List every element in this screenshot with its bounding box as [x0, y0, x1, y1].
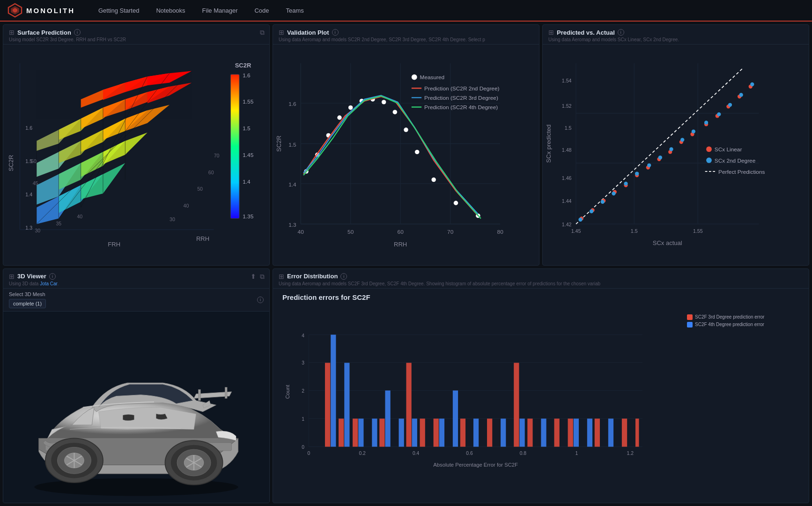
svg-rect-227	[554, 418, 559, 446]
svg-point-154	[739, 93, 743, 97]
surface-prediction-title: Surface Prediction	[17, 29, 71, 36]
svg-rect-223	[514, 363, 519, 446]
validation-plot-chart: 1.3 1.4 1.5 1.6 40 50 60 70 80 RRH SC2R	[273, 45, 539, 265]
svg-text:Perfect Predictions: Perfect Predictions	[718, 169, 765, 175]
nav-file-manager[interactable]: File Manager	[201, 5, 239, 16]
svg-text:3: 3	[302, 360, 304, 365]
legend-item-red: SC2F 3rd Degree prediction error	[687, 314, 799, 320]
svg-point-96	[412, 74, 417, 80]
svg-rect-206	[344, 363, 349, 446]
validation-plot-header: ⊞ Validation Plot i Using data Aeromap a…	[273, 25, 539, 45]
svg-text:SC2R: SC2R	[275, 135, 282, 152]
svg-text:45: 45	[33, 180, 38, 186]
predicted-vs-actual-title: Predicted vs. Actual	[557, 29, 615, 36]
svg-point-148	[669, 147, 673, 151]
3d-viewer-panel: ⊞ 3D Viewer i Using 3D data Jota Car. ⬆ …	[3, 268, 270, 503]
predicted-vs-actual-panel: ⊞ Predicted vs. Actual i Using data Aero…	[542, 24, 809, 266]
surface-prediction-info[interactable]: i	[74, 29, 81, 36]
error-distribution-info[interactable]: i	[340, 273, 347, 280]
grid-icon: ⊞	[9, 29, 15, 36]
svg-point-143	[612, 192, 615, 195]
svg-text:40: 40	[184, 203, 189, 208]
svg-point-92	[415, 150, 419, 154]
3d-viewer-upload-icon[interactable]: ⬆	[251, 273, 256, 281]
svg-point-152	[717, 112, 721, 116]
3d-viewer-data-link[interactable]: Jota Car	[40, 281, 57, 286]
surface-prediction-panel: ⊞ Surface Prediction i Using model SC2R …	[3, 24, 270, 266]
error-distribution-body: Prediction errors for SC2F	[273, 289, 809, 503]
surface-prediction-copy-icon[interactable]: ⧉	[260, 29, 265, 37]
svg-point-156	[706, 147, 712, 152]
svg-text:0.6: 0.6	[466, 451, 473, 456]
svg-rect-225	[527, 418, 532, 446]
legend-color-red	[687, 314, 693, 320]
validation-plot-info[interactable]: i	[332, 29, 339, 36]
svg-point-153	[728, 103, 732, 107]
svg-text:0.2: 0.2	[359, 451, 366, 456]
svg-rect-230	[587, 418, 592, 446]
svg-text:1.5: 1.5	[288, 141, 296, 148]
svg-rect-234	[635, 418, 639, 446]
3d-viewer-header: ⊞ 3D Viewer i Using 3D data Jota Car.	[3, 269, 269, 289]
svg-text:2: 2	[302, 388, 304, 394]
surface-prediction-icons: ⧉	[260, 29, 265, 37]
svg-text:0.4: 0.4	[413, 451, 420, 456]
svg-text:SCx Linear: SCx Linear	[715, 146, 742, 153]
svg-text:0: 0	[307, 451, 310, 456]
svg-text:1: 1	[302, 417, 304, 422]
svg-text:1.6: 1.6	[25, 125, 32, 131]
mesh-value[interactable]: complete (1)	[9, 299, 46, 308]
svg-text:1.5: 1.5	[631, 228, 638, 234]
3d-viewer-copy-icon[interactable]: ⧉	[260, 273, 265, 281]
svg-text:1.6: 1.6	[243, 72, 251, 79]
grid-icon-2: ⊞	[279, 29, 284, 36]
3d-viewer-title: 3D Viewer	[17, 273, 46, 280]
mesh-label: Select 3D Mesh	[9, 291, 46, 297]
svg-text:SC2R: SC2R	[235, 62, 251, 69]
3d-viewer-info[interactable]: i	[49, 273, 56, 280]
svg-text:1: 1	[575, 451, 578, 456]
svg-rect-165	[199, 389, 201, 401]
error-distribution-chart: 0 1 2 3 4 0 0.2 0.4 0.6 0.8 1 1.2	[282, 305, 678, 500]
error-chart-title: Prediction errors for SC2F	[282, 293, 799, 301]
svg-point-149	[680, 138, 684, 141]
error-distribution-title: Error Distribution	[287, 273, 338, 280]
svg-text:1.54: 1.54	[562, 78, 572, 83]
3d-viewer-icons: ⬆ ⧉	[251, 273, 265, 281]
svg-rect-228	[568, 418, 573, 446]
nav-code[interactable]: Code	[253, 5, 270, 16]
svg-text:35: 35	[56, 221, 61, 226]
svg-text:1.52: 1.52	[562, 103, 572, 109]
svg-text:1.6: 1.6	[288, 101, 296, 107]
mesh-info-icon[interactable]: i	[257, 297, 264, 303]
svg-point-90	[393, 110, 397, 114]
nav-notebooks[interactable]: Notebooks	[155, 5, 186, 16]
car-3d-model	[3, 312, 269, 503]
svg-rect-214	[412, 418, 417, 446]
predicted-vs-actual-subtitle: Using data Aeromap and models SCx Linear…	[548, 37, 803, 42]
svg-rect-222	[501, 418, 506, 446]
svg-text:1.45: 1.45	[571, 228, 581, 234]
predicted-vs-actual-info[interactable]: i	[618, 29, 624, 36]
svg-rect-216	[434, 418, 439, 446]
legend-label-red: SC2F 3rd Degree prediction error	[695, 314, 764, 320]
svg-text:Absolute Percentage Error for : Absolute Percentage Error for SC2F	[433, 461, 518, 467]
surface-prediction-body: FRH RRH SC2R 30 35 40 45 50 30 40 50 60 …	[3, 45, 269, 265]
svg-text:0.8: 0.8	[520, 451, 527, 456]
nav-teams[interactable]: Teams	[285, 5, 305, 16]
svg-text:1.55: 1.55	[693, 228, 703, 234]
svg-text:SCx actual: SCx actual	[653, 239, 682, 246]
svg-rect-226	[541, 418, 546, 446]
surface-prediction-chart: FRH RRH SC2R 30 35 40 45 50 30 40 50 60 …	[3, 45, 269, 265]
svg-point-142	[601, 200, 605, 204]
nav-getting-started[interactable]: Getting Started	[97, 5, 140, 16]
svg-point-85	[337, 115, 341, 119]
svg-rect-224	[519, 418, 524, 446]
svg-text:Prediction (SC2R 2nd Degree): Prediction (SC2R 2nd Degree)	[424, 85, 499, 92]
svg-rect-232	[608, 418, 613, 446]
svg-point-150	[692, 129, 695, 133]
svg-rect-205	[339, 418, 344, 446]
error-distribution-legend: SC2F 3rd Degree prediction error SC2F 4t…	[687, 305, 799, 500]
svg-point-145	[635, 171, 639, 175]
svg-rect-210	[379, 418, 384, 446]
